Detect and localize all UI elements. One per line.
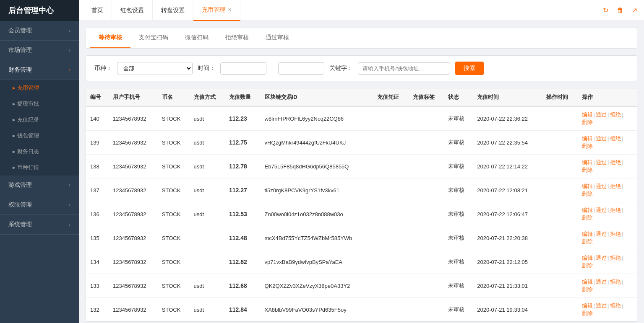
- reject-action[interactable]: 拒绝: [610, 207, 621, 213]
- col-coin: 币名: [158, 88, 190, 106]
- delete-action[interactable]: 删除: [582, 167, 593, 173]
- delete-action[interactable]: 删除: [582, 310, 593, 316]
- reject-action[interactable]: 拒绝: [610, 159, 621, 165]
- edit-action[interactable]: 编辑: [582, 135, 593, 142]
- cell-recharge-time: 2020-07-21 21:33:01: [473, 274, 542, 298]
- delete-action[interactable]: 删除: [582, 191, 593, 197]
- sidebar-item-permission[interactable]: 权限管理 ›: [0, 195, 79, 215]
- sidebar-item-withdraw[interactable]: 提现审批: [0, 96, 79, 112]
- approve-action[interactable]: 通过: [596, 207, 607, 213]
- chevron-right-icon: ›: [69, 28, 70, 34]
- refresh-icon[interactable]: ↻: [600, 5, 611, 16]
- cell-status: 未审核: [444, 155, 473, 178]
- cell-status: 未审核: [444, 178, 473, 202]
- sidebar-item-finance[interactable]: 财务管理 ›: [0, 60, 79, 80]
- reject-action[interactable]: 拒绝: [610, 279, 621, 285]
- tab-spinner[interactable]: 转盘设置: [153, 0, 193, 21]
- cell-voucher: [373, 178, 408, 202]
- edit-action[interactable]: 编辑: [582, 231, 593, 237]
- cell-tag: [409, 131, 444, 155]
- delete-action[interactable]: 删除: [582, 262, 593, 269]
- filter-bar: 币种： 全部 STOCK USDT BTC ETH 时间： - 关键字： 搜索: [86, 55, 637, 81]
- edit-action[interactable]: 编辑: [582, 255, 593, 261]
- delete-action[interactable]: 删除: [582, 238, 593, 245]
- sidebar-item-member[interactable]: 会员管理 ›: [0, 21, 79, 41]
- cell-status: 未审核: [444, 131, 473, 155]
- sidebar-item-record[interactable]: 充值纪录: [0, 112, 79, 128]
- cell-tag: [409, 155, 444, 178]
- approve-action[interactable]: 通过: [596, 111, 607, 118]
- sub-tab-rejected[interactable]: 拒绝审核: [217, 28, 257, 48]
- cell-txid: mcX4Bd755YcTZ54WZbMr585YWb: [261, 226, 373, 250]
- edit-action[interactable]: 编辑: [582, 159, 593, 165]
- cell-txid: Zn00wo0l04z1o032z8n088w03o: [261, 202, 373, 226]
- cell-op-time: [542, 226, 577, 250]
- currency-select[interactable]: 全部 STOCK USDT BTC ETH: [117, 62, 193, 75]
- cell-actions: 编辑|通过|拒绝|删除: [578, 155, 637, 178]
- sidebar-item-game[interactable]: 游戏管理 ›: [0, 176, 79, 195]
- edit-action[interactable]: 编辑: [582, 111, 593, 118]
- sidebar-item-label: 系统管理: [8, 221, 32, 228]
- approve-action[interactable]: 通过: [596, 231, 607, 237]
- edit-action[interactable]: 编辑: [582, 207, 593, 213]
- sidebar-item-wallet[interactable]: 钱包管理: [0, 128, 79, 144]
- cell-coin: STOCK: [158, 298, 190, 322]
- keyword-input[interactable]: [358, 62, 450, 75]
- cell-op-time: [542, 155, 577, 178]
- sidebar-item-log[interactable]: 财务日志: [0, 144, 79, 160]
- cell-status: 未审核: [444, 106, 473, 131]
- sidebar-item-market[interactable]: 市场管理 ›: [0, 41, 79, 60]
- recharge-table: 编号 用户手机号 币名 充值方式 充值数量 区块链交易ID 充值凭证 充值标签 …: [86, 88, 637, 321]
- sidebar-item-label: 市场管理: [8, 47, 32, 54]
- delete-action[interactable]: 删除: [582, 119, 593, 125]
- sub-tab-pending[interactable]: 等待审核: [90, 28, 130, 48]
- col-tag: 充值标签: [409, 88, 444, 106]
- approve-action[interactable]: 通过: [596, 183, 607, 189]
- expand-icon[interactable]: ↗: [629, 5, 640, 16]
- delete-action[interactable]: 删除: [582, 286, 593, 292]
- approve-action[interactable]: 通过: [596, 255, 607, 261]
- delete-icon[interactable]: 🗑: [614, 5, 626, 16]
- reject-action[interactable]: 拒绝: [610, 255, 621, 261]
- sub-tab-approved[interactable]: 通过审核: [257, 28, 297, 48]
- cell-amount: 112.53: [225, 202, 260, 226]
- edit-action[interactable]: 编辑: [582, 183, 593, 189]
- reject-action[interactable]: 拒绝: [610, 302, 621, 309]
- cell-id: 134: [86, 250, 109, 274]
- cell-coin: STOCK: [158, 202, 190, 226]
- cell-voucher: [373, 106, 408, 131]
- time-start-input[interactable]: [220, 62, 266, 75]
- reject-action[interactable]: 拒绝: [610, 183, 621, 189]
- approve-action[interactable]: 通过: [596, 159, 607, 165]
- delete-action[interactable]: 删除: [582, 143, 593, 149]
- sidebar-item-market2[interactable]: 币种行情: [0, 160, 79, 176]
- close-icon[interactable]: ✕: [228, 7, 232, 13]
- table-row: 138 12345678932 STOCK usdt 112.78 Eb75L5…: [86, 155, 637, 178]
- edit-action[interactable]: 编辑: [582, 302, 593, 309]
- sidebar-item-recharge[interactable]: 充币管理: [0, 80, 79, 96]
- time-end-input[interactable]: [278, 62, 324, 75]
- tab-redpacket[interactable]: 红包设置: [112, 0, 153, 21]
- cell-coin: STOCK: [158, 178, 190, 202]
- sub-tab-wechat[interactable]: 微信扫码: [177, 28, 217, 48]
- cell-actions: 编辑|通过|拒绝|删除: [578, 274, 637, 298]
- approve-action[interactable]: 通过: [596, 279, 607, 285]
- edit-action[interactable]: 编辑: [582, 279, 593, 285]
- approve-action[interactable]: 通过: [596, 135, 607, 142]
- cell-txid: vp71vxBaB9ydwfvpBySPaYaEA: [261, 250, 373, 274]
- time-dash: -: [271, 65, 273, 72]
- reject-action[interactable]: 拒绝: [610, 135, 621, 142]
- tab-recharge[interactable]: 充币管理 ✕: [193, 0, 240, 21]
- sidebar-item-system[interactable]: 系统管理 ›: [0, 215, 79, 235]
- reject-action[interactable]: 拒绝: [610, 231, 621, 237]
- sub-tab-alipay[interactable]: 支付宝扫码: [130, 28, 177, 48]
- cell-phone: 12345678932: [109, 178, 158, 202]
- delete-action[interactable]: 删除: [582, 214, 593, 221]
- sidebar-item-label: 游戏管理: [8, 181, 32, 189]
- approve-action[interactable]: 通过: [596, 302, 607, 309]
- cell-method: usdt: [190, 155, 225, 178]
- tab-home[interactable]: 首页: [83, 0, 112, 21]
- reject-action[interactable]: 拒绝: [610, 111, 621, 118]
- search-button[interactable]: 搜索: [455, 62, 484, 75]
- cell-recharge-time: 2020-07-21 19:33:04: [473, 298, 542, 322]
